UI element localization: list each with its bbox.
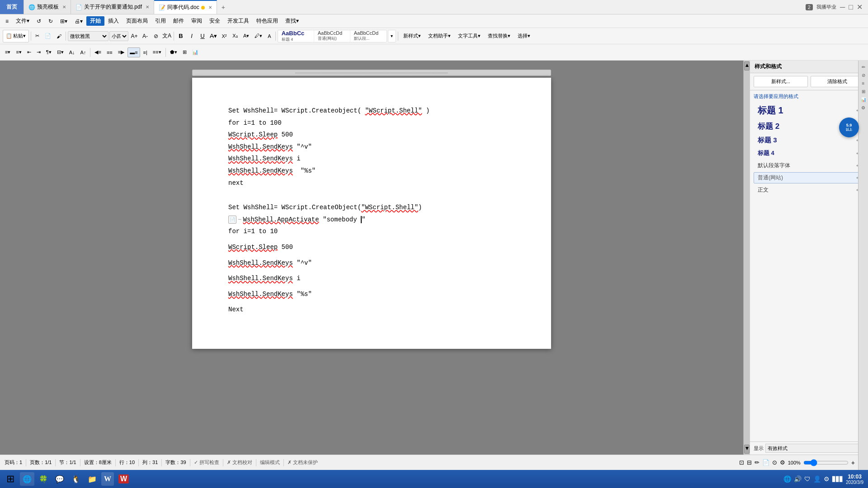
- sort-descending-btn[interactable]: A↑: [78, 47, 89, 57]
- indent-btn[interactable]: ⇥: [34, 47, 43, 57]
- taskbar-speaker-icon[interactable]: 🔊: [794, 475, 802, 483]
- new-style-btn[interactable]: 新样式▾: [400, 31, 424, 42]
- menu-print[interactable]: 🖨▾: [71, 17, 86, 25]
- taskbar-greenapp[interactable]: 🍀: [36, 472, 51, 486]
- italic-btn[interactable]: I: [187, 31, 197, 41]
- edge-icon-1[interactable]: ✏: [860, 63, 867, 70]
- status-correction[interactable]: ✗ 文档校对: [227, 459, 252, 466]
- maximize-button[interactable]: □: [849, 3, 853, 11]
- new-style-panel-btn[interactable]: 新样式...: [754, 76, 808, 87]
- bullets-btn[interactable]: ≡▾: [3, 47, 13, 57]
- tab-pdf-close[interactable]: ✕: [146, 5, 149, 9]
- clear-format-panel-btn[interactable]: 清除格式: [811, 76, 865, 87]
- text-tools-btn[interactable]: 文字工具▾: [455, 31, 484, 42]
- menu-find[interactable]: 查找▾: [282, 16, 302, 26]
- font-change-btn[interactable]: 文A: [162, 31, 172, 41]
- menu-references[interactable]: 引用: [151, 16, 170, 26]
- numbering-btn[interactable]: ≡▾: [14, 47, 24, 57]
- more-para-btn[interactable]: ≡≡▾: [151, 47, 164, 57]
- tab-homepage[interactable]: 首页: [0, 0, 24, 14]
- scrollbar-down-arrow[interactable]: ▼: [744, 445, 750, 454]
- taskbar-network-icon[interactable]: 🌐: [783, 475, 791, 483]
- taskbar-wps1[interactable]: W: [101, 472, 114, 486]
- outdent-btn[interactable]: ⇤: [25, 47, 33, 57]
- view-btn-2[interactable]: ⊟: [747, 459, 752, 466]
- paste-btn[interactable]: 📋粘贴▾: [3, 30, 29, 42]
- style-body-text[interactable]: 正文 ↵: [754, 184, 864, 196]
- taskbar-ie[interactable]: 🌐: [20, 472, 34, 486]
- taskbar-folder[interactable]: 📁: [85, 472, 99, 486]
- underline-btn[interactable]: U: [198, 31, 208, 41]
- taskbar-wps2[interactable]: W: [116, 472, 132, 486]
- zoom-plus[interactable]: +: [851, 459, 855, 466]
- chart-btn[interactable]: 📊: [190, 47, 201, 57]
- align-right-btn[interactable]: ≡▶: [116, 47, 127, 57]
- close-button[interactable]: ✕: [857, 3, 863, 11]
- edge-icon-5[interactable]: 📊: [860, 96, 867, 103]
- menu-insert[interactable]: 插入: [104, 16, 123, 26]
- menu-undo[interactable]: ↺: [33, 17, 45, 25]
- style-default[interactable]: AaBbCcDd 默认段...: [350, 30, 387, 42]
- view-btn-4[interactable]: 📄: [762, 459, 769, 466]
- menu-redo[interactable]: ↻: [45, 17, 57, 25]
- font-decrease-btn[interactable]: A-: [140, 31, 150, 41]
- show-select[interactable]: 有效样式: [765, 444, 864, 453]
- status-protection[interactable]: ✗ 文档未保护: [288, 459, 318, 466]
- taskbar-settings-icon[interactable]: ⚙: [824, 475, 830, 483]
- tab-template-close[interactable]: ✕: [62, 5, 66, 9]
- menu-format[interactable]: ⊞▾: [57, 17, 71, 25]
- cut-btn[interactable]: ✂: [33, 31, 42, 42]
- style-gallery-expand[interactable]: ▾: [388, 30, 396, 42]
- align-center-btn[interactable]: ≡≡: [104, 47, 115, 57]
- copy-btn[interactable]: 📄: [42, 31, 53, 42]
- style-normal-website[interactable]: 普通(网站) ↵: [754, 172, 864, 183]
- find-replace-btn[interactable]: 查找替换▾: [485, 31, 514, 42]
- style-heading1[interactable]: 标题 1 ↵: [754, 103, 864, 118]
- menu-mail[interactable]: 邮件: [170, 16, 188, 26]
- select-btn[interactable]: 选择▾: [514, 31, 533, 42]
- tab-template[interactable]: 🌐 预亮模板 ✕: [24, 0, 71, 14]
- justify-btn[interactable]: ▬≡: [127, 47, 140, 57]
- menu-review[interactable]: 审阅: [188, 16, 206, 26]
- zoom-slider[interactable]: [803, 460, 849, 466]
- menu-special[interactable]: 特色应用: [253, 16, 282, 26]
- style-default-font[interactable]: 默认段落字体 ↵: [754, 160, 864, 171]
- view-btn-5[interactable]: ⊙: [772, 459, 777, 466]
- edge-icon-6[interactable]: ⚙: [860, 104, 867, 111]
- status-edit-mode[interactable]: 编辑模式: [260, 459, 280, 466]
- edge-icon-3[interactable]: ≡: [860, 80, 867, 87]
- align-left-btn[interactable]: ◀≡: [92, 47, 103, 57]
- menu-security[interactable]: 安全: [206, 16, 224, 26]
- tab-doc[interactable]: 📝 同事代码.doc ✕: [154, 0, 217, 14]
- new-tab-button[interactable]: +: [217, 0, 230, 14]
- doc-assistant-btn[interactable]: 文档助手▾: [425, 31, 454, 42]
- table-btn[interactable]: ⊞: [180, 47, 189, 57]
- font-clear-btn[interactable]: ⊘: [151, 31, 161, 41]
- scrollbar-up-arrow[interactable]: ▲: [744, 61, 750, 70]
- tab-doc-close[interactable]: ✕: [208, 5, 212, 10]
- edge-icon-2[interactable]: ⊘: [860, 71, 867, 79]
- bold-btn[interactable]: B: [176, 31, 186, 41]
- border-btn[interactable]: ⊟▾: [55, 47, 66, 57]
- style-normal-web[interactable]: AaBbCcDd 普通(网站): [314, 30, 350, 42]
- strikethrough-btn[interactable]: A̶▾: [208, 31, 218, 41]
- menu-hamburger[interactable]: ≡: [2, 17, 12, 25]
- menu-file[interactable]: 文件▾: [12, 16, 33, 26]
- style-heading4[interactable]: AaBbCc 标题 4: [278, 30, 314, 42]
- view-btn-1[interactable]: ⊡: [739, 459, 744, 466]
- sort-ascending-btn[interactable]: A↓: [67, 47, 77, 57]
- line-spacing-btn[interactable]: ≡|: [141, 47, 150, 57]
- doc-scrollbar-right[interactable]: ▲ ▼: [743, 61, 750, 455]
- view-btn-3[interactable]: ✏: [755, 459, 760, 466]
- font-increase-btn[interactable]: A+: [129, 31, 139, 41]
- minimize-button[interactable]: ─: [840, 3, 845, 11]
- tab-pdf[interactable]: 📄 关于开学的重要通知.pdf ✕: [71, 0, 154, 14]
- start-btn[interactable]: ⊞: [2, 471, 19, 487]
- taskbar-penguin[interactable]: 🐧: [69, 472, 83, 486]
- taskbar-security-icon[interactable]: 🛡: [804, 475, 811, 483]
- paragraph-marks-btn[interactable]: ¶▾: [44, 47, 54, 57]
- subscript-btn[interactable]: X₂: [230, 31, 240, 41]
- style-heading4[interactable]: 标题 4 ↵: [754, 147, 864, 159]
- edge-icon-4[interactable]: ⊞: [860, 88, 867, 95]
- superscript-btn[interactable]: X²: [219, 31, 229, 41]
